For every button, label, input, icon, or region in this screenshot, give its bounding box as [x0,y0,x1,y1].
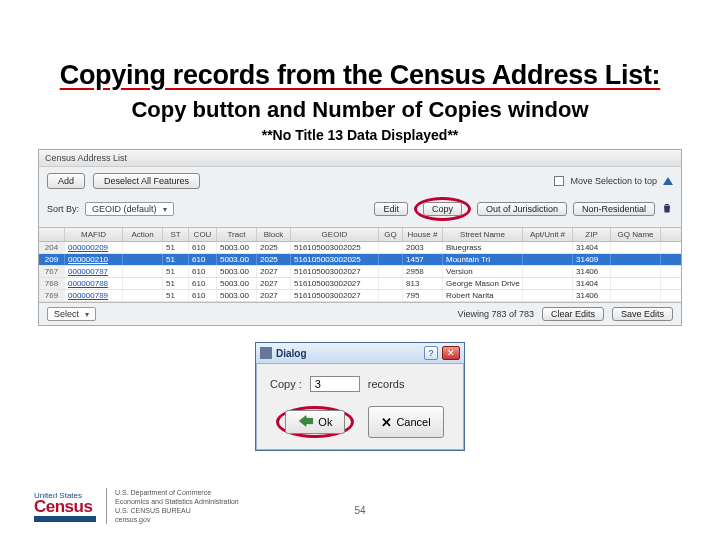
table-row[interactable]: 767000000787516105003.002027516105003002… [39,266,681,278]
viewing-status: Viewing 783 of 783 [458,309,534,319]
col-house[interactable]: House # [403,228,443,241]
col-rownum [39,228,65,241]
sort-by-select[interactable]: GEOID (default) ▾ [85,202,174,216]
col-tract[interactable]: Tract [217,228,257,241]
dialog-title: Dialog [276,348,420,359]
slide-notice: **No Title 13 Data Displayed** [32,127,688,143]
edit-button[interactable]: Edit [374,202,408,216]
move-top-checkbox[interactable] [554,176,564,186]
move-top-label: Move Selection to top [570,176,657,186]
address-grid: MAFID Action ST COU Tract Block GEOID GQ… [39,227,681,303]
census-logo: United States Census [34,491,96,522]
slide-footer: United States Census U.S. Department of … [34,488,239,524]
ok-arrow-icon [298,414,314,430]
logo-bar [34,516,96,522]
col-geoid[interactable]: GEOID [291,228,379,241]
move-up-icon[interactable] [663,177,673,185]
dept-text: U.S. Department of Commerce Economics an… [106,488,239,524]
clear-edits-button[interactable]: Clear Edits [542,307,604,321]
dept-line3: U.S. CENSUS BUREAU [115,506,239,515]
slide-subtitle: Copy button and Number of Copies window [32,97,688,123]
dept-line1: U.S. Department of Commerce [115,488,239,497]
col-gq[interactable]: GQ [379,228,403,241]
col-zip[interactable]: ZIP [573,228,611,241]
sort-by-value: GEOID (default) [92,204,157,214]
non-residential-button[interactable]: Non-Residential [573,202,655,216]
slide-title: Copying records from the Census Address … [32,60,688,91]
col-cou[interactable]: COU [189,228,217,241]
col-street[interactable]: Street Name [443,228,523,241]
help-icon[interactable]: ? [424,346,438,360]
col-block[interactable]: Block [257,228,291,241]
ok-highlight: Ok [276,406,354,438]
ok-label: Ok [318,416,332,428]
copy-label: Copy : [270,378,302,390]
address-list-panel: Census Address List Add Deselect All Fea… [38,149,682,326]
deselect-all-button[interactable]: Deselect All Features [93,173,200,189]
chevron-down-icon: ▾ [163,205,167,214]
cancel-button[interactable]: ✕ Cancel [368,406,443,438]
col-action[interactable]: Action [123,228,163,241]
out-of-jurisdiction-button[interactable]: Out of Jurisdiction [477,202,567,216]
copy-count-input[interactable] [310,376,360,392]
copy-button[interactable]: Copy [423,202,462,216]
col-mafid[interactable]: MAFID [65,228,123,241]
table-row[interactable]: 769000000789516105003.002027516105003002… [39,290,681,302]
dept-site: census.gov [115,515,239,524]
cancel-label: Cancel [396,416,430,428]
copy-dialog: Dialog ? ✕ Copy : records O [255,342,465,451]
page-number: 54 [354,505,365,516]
table-row[interactable]: 768000000788516105003.002027516105003002… [39,278,681,290]
panel-title: Census Address List [39,150,681,167]
copy-highlight: Copy [414,197,471,221]
logo-census: Census [34,500,96,514]
chevron-down-icon: ▾ [85,310,89,319]
col-st[interactable]: ST [163,228,189,241]
dept-line2: Economics and Statistics Administration [115,497,239,506]
dialog-app-icon [260,347,272,359]
footer-select[interactable]: Select ▾ [47,307,96,321]
table-row[interactable]: 209000000210516105003.002025516105003002… [39,254,681,266]
delete-icon[interactable] [661,202,673,216]
col-apt[interactable]: Apt/Unit # [523,228,573,241]
cancel-x-icon: ✕ [381,415,392,430]
col-gqname[interactable]: GQ Name [611,228,661,241]
records-label: records [368,378,405,390]
close-icon[interactable]: ✕ [442,346,460,360]
sort-by-label: Sort By: [47,204,79,214]
table-row[interactable]: 204000000209516105003.002025516105003002… [39,242,681,254]
save-edits-button[interactable]: Save Edits [612,307,673,321]
add-button[interactable]: Add [47,173,85,189]
footer-select-value: Select [54,309,79,319]
ok-button[interactable]: Ok [285,410,345,434]
grid-header: MAFID Action ST COU Tract Block GEOID GQ… [39,228,681,242]
